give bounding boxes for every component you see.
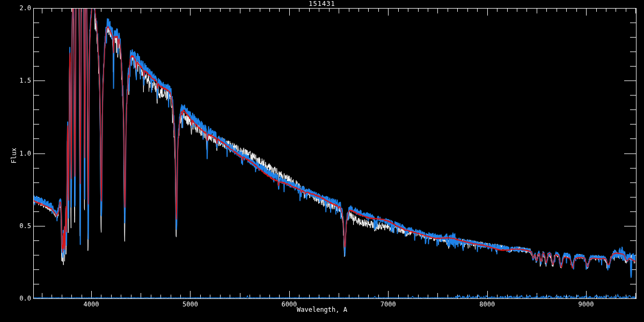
spectrum-plot-canvas xyxy=(0,0,644,322)
x-tick-label: 8000 xyxy=(471,301,503,308)
y-tick-label: 0.0 xyxy=(4,295,31,302)
plot-title: 151431 xyxy=(0,1,644,7)
y-tick-label: 0.5 xyxy=(4,223,31,229)
y-tick-label: 1.0 xyxy=(4,150,31,157)
x-tick-label: 5000 xyxy=(174,301,206,308)
x-tick-label: 9000 xyxy=(570,301,602,308)
x-tick-label: 6000 xyxy=(273,301,305,308)
y-tick-label: 2.0 xyxy=(4,5,31,11)
x-tick-label: 4000 xyxy=(75,301,107,308)
x-tick-label: 7000 xyxy=(372,301,404,308)
y-tick-label: 1.5 xyxy=(4,77,31,84)
spectrum-figure: 151431 Wavelength, A Flux 40005000600070… xyxy=(0,0,644,322)
